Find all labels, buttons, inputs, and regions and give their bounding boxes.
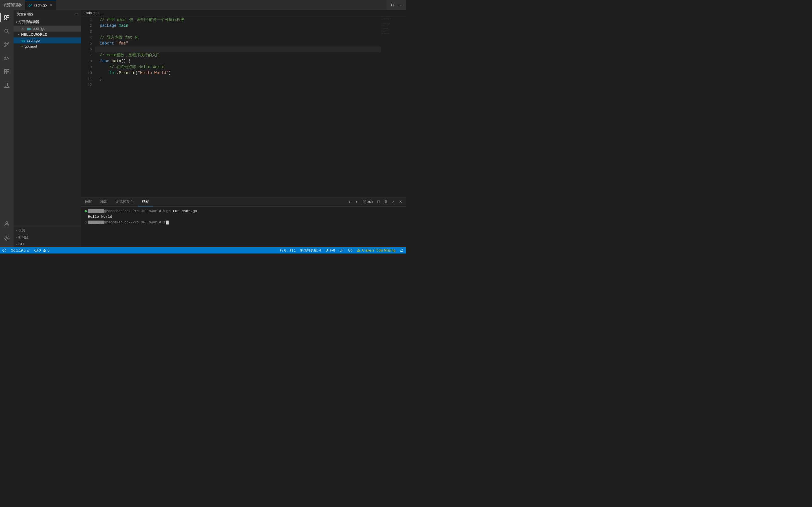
encoding-label: UTF-8 bbox=[325, 248, 335, 252]
timeline-chevron: › bbox=[16, 236, 17, 239]
testing-icon bbox=[4, 82, 10, 89]
open-file-csdn-go[interactable]: ✕ go csdn.go bbox=[13, 25, 81, 32]
line-ending-label: LF bbox=[340, 248, 343, 252]
status-bar: Go 1.19.3 0 0 行 6，列 1 bbox=[0, 247, 406, 253]
warning-icon bbox=[43, 249, 46, 252]
code-line-7: // main函数，是程序执行的入口 bbox=[95, 52, 380, 58]
panel-actions: + ▾ zsh ⊟ 🗑 ∧ ✕ bbox=[344, 199, 406, 205]
title-bar-actions: ⊟ ⋯ bbox=[389, 2, 404, 8]
activity-explorer[interactable] bbox=[0, 11, 13, 24]
editor-content: 1 2 3 4 5 6 7 8 9 10 11 12 // 声明 main 包，… bbox=[81, 16, 406, 196]
tab-terminal[interactable]: 终端 bbox=[138, 197, 153, 207]
timeline-section[interactable]: › 时间线 bbox=[13, 234, 81, 241]
terminal-icon bbox=[363, 200, 366, 204]
line-numbers: 1 2 3 4 5 6 7 8 9 10 11 12 bbox=[81, 16, 95, 196]
go-section[interactable]: › GO bbox=[13, 241, 81, 247]
sidebar: 资源管理器 ⋯ ▾ 打开的编辑器 ✕ go csdn.go ▾ HELLOWOR… bbox=[13, 10, 81, 247]
file-csdn-go[interactable]: go csdn.go bbox=[13, 38, 81, 43]
terminal-panel: 问题 输出 调试控制台 终端 + ▾ zsh ⊟ 🗑 ∧ ✕ bbox=[81, 196, 406, 247]
kill-terminal-button[interactable]: 🗑 bbox=[383, 199, 389, 205]
tab-output[interactable]: 输出 bbox=[96, 197, 112, 207]
svg-point-12 bbox=[4, 59, 5, 59]
code-line-12 bbox=[95, 82, 380, 88]
file-close-icon[interactable]: ✕ bbox=[21, 27, 24, 31]
outline-chevron: › bbox=[16, 229, 17, 232]
activity-testing[interactable] bbox=[0, 78, 13, 92]
terminal-shell-label[interactable]: zsh bbox=[361, 199, 374, 205]
editor-scrollbar[interactable] bbox=[403, 16, 406, 196]
terminal-line-2: ████████@MacdeMacBook-Pro HelloWorld % bbox=[85, 220, 403, 225]
file-go-mod-label: go.mod bbox=[25, 44, 37, 48]
breadcrumb: csdn.go > ... bbox=[81, 10, 406, 16]
activity-settings[interactable] bbox=[0, 231, 13, 245]
split-terminal-button[interactable]: ⊟ bbox=[375, 199, 382, 205]
terminal-content[interactable]: ████████@MacdeMacBook-Pro HelloWorld % g… bbox=[81, 207, 406, 247]
outline-label: 大纲 bbox=[18, 228, 25, 233]
terminal-output-line: Hello World bbox=[85, 214, 403, 220]
code-editor[interactable]: // 声明 main 包，表明当前是一个可执行程序 package main /… bbox=[95, 16, 380, 196]
activity-bar bbox=[0, 10, 13, 247]
code-line-5: import "fmt" bbox=[95, 41, 380, 47]
line-col-label: 行 6，列 1 bbox=[280, 248, 296, 253]
tab-debug-console[interactable]: 调试控制台 bbox=[112, 197, 138, 207]
status-language[interactable]: Go bbox=[346, 247, 355, 253]
status-line-col[interactable]: 行 6，列 1 bbox=[278, 247, 298, 253]
code-line-11: } bbox=[95, 76, 380, 82]
sidebar-title: 资源管理器 ⋯ bbox=[13, 10, 81, 18]
go-file-icon-small: go bbox=[21, 39, 25, 42]
activity-search[interactable] bbox=[0, 24, 13, 38]
svg-rect-0 bbox=[4, 15, 6, 18]
sidebar-ellipsis[interactable]: ⋯ bbox=[75, 12, 78, 16]
maximize-panel-button[interactable]: ∧ bbox=[390, 199, 396, 205]
warning-count: 0 bbox=[47, 248, 49, 252]
close-panel-button[interactable]: ✕ bbox=[398, 199, 404, 205]
code-line-2: package main bbox=[95, 23, 380, 29]
search-icon bbox=[4, 28, 10, 34]
add-terminal-button[interactable]: + bbox=[346, 199, 352, 205]
code-line-1: // 声明 main 包，表明当前是一个可执行程序 bbox=[95, 17, 380, 23]
status-tab-size[interactable]: 制表符长度: 4 bbox=[298, 247, 323, 253]
open-editors-header[interactable]: ▾ 打开的编辑器 bbox=[13, 18, 81, 25]
svg-point-4 bbox=[5, 29, 8, 33]
activity-extensions[interactable] bbox=[0, 65, 13, 78]
outline-section[interactable]: › 大纲 bbox=[13, 227, 81, 234]
activity-git[interactable] bbox=[0, 38, 13, 52]
title-bar: 资源管理器 go csdn.go ✕ ⊟ ⋯ bbox=[0, 0, 406, 10]
terminal-user-1: ████████@MacdeMacBook-Pro HelloWorld % bbox=[88, 209, 165, 214]
panel-tabs: 问题 输出 调试控制台 终端 + ▾ zsh ⊟ 🗑 ∧ ✕ bbox=[81, 197, 406, 207]
activity-account[interactable] bbox=[0, 217, 13, 230]
status-bell[interactable] bbox=[398, 247, 406, 253]
status-left: Go 1.19.3 0 0 bbox=[0, 247, 52, 253]
status-analysis-tools[interactable]: Analysis Tools Missing bbox=[355, 247, 398, 253]
tab-close-button[interactable]: ✕ bbox=[49, 3, 53, 7]
terminal-line-1: ████████@MacdeMacBook-Pro HelloWorld % g… bbox=[85, 209, 403, 214]
activity-debug[interactable] bbox=[0, 52, 13, 65]
status-go-version[interactable]: Go 1.19.3 bbox=[8, 247, 32, 253]
go-file-icon: go bbox=[29, 3, 32, 7]
sidebar-bottom: › 大纲 › 时间线 › GO bbox=[13, 226, 81, 247]
error-icon bbox=[35, 249, 38, 252]
analysis-tools-label: Analysis Tools Missing bbox=[361, 248, 395, 252]
svg-rect-15 bbox=[4, 72, 6, 74]
helloworld-folder[interactable]: ▾ HELLOWORLD bbox=[13, 32, 81, 38]
svg-point-6 bbox=[4, 43, 6, 44]
tab-csdn-go[interactable]: go csdn.go ✕ bbox=[25, 0, 56, 10]
status-errors[interactable]: 0 0 bbox=[32, 247, 52, 253]
status-remote[interactable] bbox=[0, 247, 8, 253]
terminal-dot-green bbox=[85, 210, 87, 212]
status-encoding[interactable]: UTF-8 bbox=[323, 247, 337, 253]
go-icon: go bbox=[27, 27, 31, 31]
split-editor-button[interactable]: ⊟ bbox=[389, 2, 396, 8]
more-actions-button[interactable]: ⋯ bbox=[397, 2, 404, 8]
go-version-label: Go 1.19.3 bbox=[11, 248, 26, 252]
settings-icon bbox=[4, 235, 10, 241]
explorer-title: 资源管理器 bbox=[2, 3, 23, 8]
tab-label: csdn.go bbox=[34, 3, 47, 7]
sidebar-title-label: 资源管理器 bbox=[17, 12, 33, 16]
status-line-ending[interactable]: LF bbox=[337, 247, 346, 253]
tab-problems[interactable]: 问题 bbox=[81, 197, 96, 207]
code-line-4: // 导入内置 fmt 包 bbox=[95, 35, 380, 41]
svg-rect-1 bbox=[7, 15, 9, 17]
terminal-dropdown-button[interactable]: ▾ bbox=[354, 199, 360, 205]
file-go-mod[interactable]: ≡ go.mod bbox=[13, 43, 81, 49]
